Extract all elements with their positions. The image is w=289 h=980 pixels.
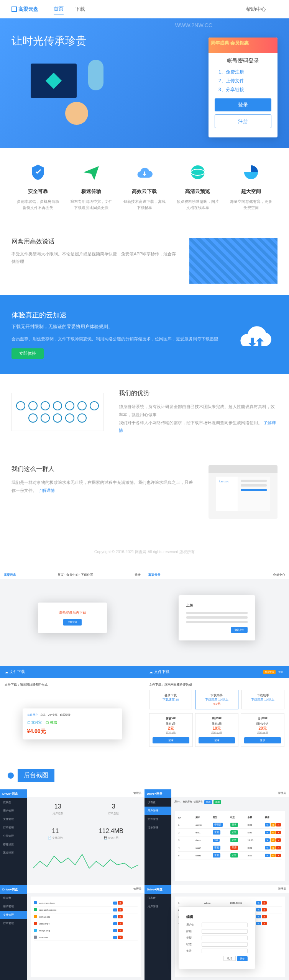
dl-title: 文件下载	[154, 669, 169, 675]
nav-download[interactable]: 下载	[75, 3, 85, 15]
admin-user: 管理员	[133, 887, 141, 891]
users-table: ID用户类型状态余额操作 1admin管理员正常0.00✎ ⚙ ✕2test1普…	[175, 811, 285, 881]
screenshot-download-plans: ☁ 文件下载 会员中心 登录 文件下载：演示网站服务即告成 登录下载下载速度 1…	[144, 666, 289, 761]
file-row: video.mp4↓ ✕	[34, 920, 138, 927]
login-modal: 请先登录后再下载 立即登录	[38, 603, 107, 633]
stat-orders: 3订单总数	[108, 803, 119, 815]
logo-icon	[11, 7, 17, 12]
file-row: archive.zip↓ ✕	[34, 913, 138, 920]
form-field: 用户名	[186, 923, 248, 927]
section-desc: 会员至尊、用焦云存储，文件下载冲突忘忧、利用网络公链的分销存储技术，位网国库，更…	[11, 335, 232, 343]
add-btn: 添加	[213, 800, 221, 804]
sidebar-item: 仪表盘	[144, 798, 171, 807]
disk-icon: 💾	[104, 836, 107, 839]
cloud-down-icon	[135, 163, 154, 181]
sidebar-item: 仪表盘	[0, 894, 27, 902]
cancel-btn: 取消	[223, 956, 236, 961]
advantage-section: 我们的优势 独身自研系统，所有设计研发全部由自己技术团队来完成。超人性能设真材真…	[0, 374, 289, 450]
pie-icon	[242, 163, 260, 181]
sidebar-item: 用户管理	[0, 902, 27, 911]
browser-mockup: Lanzou	[209, 465, 278, 519]
section-subtitle: 下载无开封限制，无验证的零妥协用户体验规则。	[11, 323, 232, 330]
filter: 状态所有	[194, 800, 203, 804]
feature-speed: 极速传输 遍布专用网络带宽，文件下载速度比同类更快	[65, 163, 118, 211]
globe-icon	[189, 163, 207, 181]
promo-banner[interactable]: 周年盛典 会员钜惠	[209, 38, 278, 53]
dl-filename: 文件下载：演示网站服务即告成	[149, 683, 284, 687]
learn-more-link[interactable]: 了解详情	[38, 488, 55, 493]
admin-user: 管理员	[278, 887, 286, 891]
shot-nav-item: 下载位置	[81, 573, 93, 577]
try-now-button[interactable]: 立即体验	[11, 348, 44, 359]
feature-desc: 创新技术高速下载，离线下载畅享	[122, 199, 167, 211]
nav-home[interactable]: 首页	[54, 3, 64, 15]
sidebar: Drive+网盘 仪表盘 用户管理 文件管理 订单管理	[144, 789, 171, 885]
footer: Copyright © 2016-2021 网盘网 All rights res…	[0, 534, 289, 570]
table-row: 1admin2021-08-01✎ ✕	[178, 900, 282, 906]
feature-safety: 安全可靠 多副本容错，多机房自动备份文件不再丢失	[11, 163, 65, 211]
sidebar-item-active: 文件管理	[0, 911, 27, 919]
backend-dashboard: Drive+网盘 仪表盘 用户管理 文件管理 订单管理 分享管理 存储设置 系统…	[0, 789, 144, 885]
screenshot-gallery-1: 高梁云盘 首页 · 会员中心 · 下载位置 登录 请先登录后再下载 立即登录 高…	[0, 570, 289, 666]
upload-modal: 上传 确认上传	[179, 595, 255, 640]
form-field: 备注	[186, 949, 248, 953]
table-row: 2test1普通正常5.00✎ ⚙ ✕	[178, 829, 282, 836]
screenshot-download-pay: ☁ 文件下载 文件下载：演示网站服务即告成 普通用户 会员 VIP专享 购买记录…	[0, 666, 144, 761]
sidebar-brand: Drive+网盘	[0, 789, 27, 798]
section-title: 我们的优势	[119, 389, 278, 397]
form-field: 状态	[186, 942, 248, 947]
shot-nav-item: 首页	[57, 573, 64, 577]
pay-price: ¥4.00元	[27, 728, 118, 735]
efficiency-section: 网盘用高效说话 不受文件类型与大小限制。不论是照片或是视频简单快捷，免安装APP…	[0, 226, 289, 295]
query-btn: 查询	[204, 800, 212, 804]
vip-plan-1: 体验VIP限时1天 2元原价6元 登录	[149, 713, 193, 747]
bullet-icon	[8, 773, 14, 779]
filter: 用户ID	[174, 800, 181, 804]
sidebar-item: 系统设置	[0, 849, 27, 857]
sidebar-item: 订单管理	[0, 919, 27, 928]
shot-logo: 高梁云盘	[4, 573, 16, 577]
edit-modal: 编辑 用户名邮箱类型状态备注 取消 保存	[179, 907, 255, 969]
pay-tab: 购买记录	[60, 713, 71, 717]
svg-point-0	[191, 165, 205, 179]
vip-plan-2: 周卡VIP限时1周 10元原价12元 登录	[195, 713, 239, 747]
feature-desc: 海量空间存储有容，更多免费空间	[228, 199, 274, 211]
pay-dialog: 普通用户 会员 VIP专享 购买记录 ▢ 支付宝 ▢ 微信 ¥4.00元	[23, 709, 122, 740]
pay-tab: VIP专享	[48, 713, 57, 717]
section-label: 后台截图	[18, 769, 54, 782]
sidebar-item: 订单管理	[0, 823, 27, 832]
logo[interactable]: 高梁云盘	[11, 6, 38, 13]
modal-title: 上传	[186, 603, 248, 608]
nav-help[interactable]: 帮助中心	[246, 3, 266, 15]
dl-option-2: 下载助手下载速度 10 以上4.9元	[195, 690, 238, 709]
modal-message: 请先登录后再下载	[46, 610, 99, 615]
sidebar-item: 分享管理	[0, 832, 27, 840]
dl-filename: 文件下载：演示网站服务即告成	[5, 683, 140, 687]
files-table: document.docx↓ ✕spreadsheet.xlsx↓ ✕archi…	[31, 897, 141, 977]
stat-files: 11📄 文件总数	[48, 828, 63, 840]
feature-desc: 预览资料秒速清晰，图片文档在线即享	[175, 199, 220, 211]
sidebar-item: 用户管理	[144, 902, 171, 911]
register-button[interactable]: 注册	[215, 114, 271, 128]
screenshot-admin-upload: 高梁云盘 会员中心 上传 确认上传	[144, 570, 289, 666]
feature-desc: 遍布专用网络带宽，文件下载速度比同类更快	[69, 199, 114, 211]
section-title: 网盘用高效说话	[11, 238, 178, 246]
table-row: 4user4普通禁用0.00✎ ⚙ ✕	[178, 844, 282, 852]
feature-title: 安全可靠	[15, 188, 61, 195]
dl-option-1: 登录下载下载速度 10	[149, 690, 192, 709]
form-field: 类型	[186, 936, 248, 940]
sidebar-item: 仪表盘	[144, 894, 171, 902]
file-row: spreadsheet.xlsx↓ ✕	[34, 906, 138, 913]
sidebar-item-active: 用户管理	[144, 807, 171, 815]
section-desc: 不受文件类型与大小限制。不论是照片或是视频简单快捷，免安装APP即享秒传，混合存…	[11, 250, 178, 266]
backend-gallery-1: Drive+网盘 仪表盘 用户管理 文件管理 订单管理 分享管理 存储设置 系统…	[0, 789, 289, 885]
table-row: 1admin管理员正常0.00✎ ⚙ ✕	[178, 821, 282, 829]
grid-illustration	[189, 238, 278, 284]
feature-desc: 多副本容错，多机房自动备份文件不再丢失	[15, 199, 61, 211]
plane-icon	[82, 163, 100, 181]
admin-user: 管理员	[278, 791, 286, 795]
stat-storage: 112.4MB💾 存储占用	[99, 828, 123, 840]
login-button[interactable]: 登录	[215, 98, 271, 111]
feature-space: 超大空间 海量空间存储有容，更多免费空间	[224, 163, 278, 211]
icon-grid	[11, 393, 103, 431]
